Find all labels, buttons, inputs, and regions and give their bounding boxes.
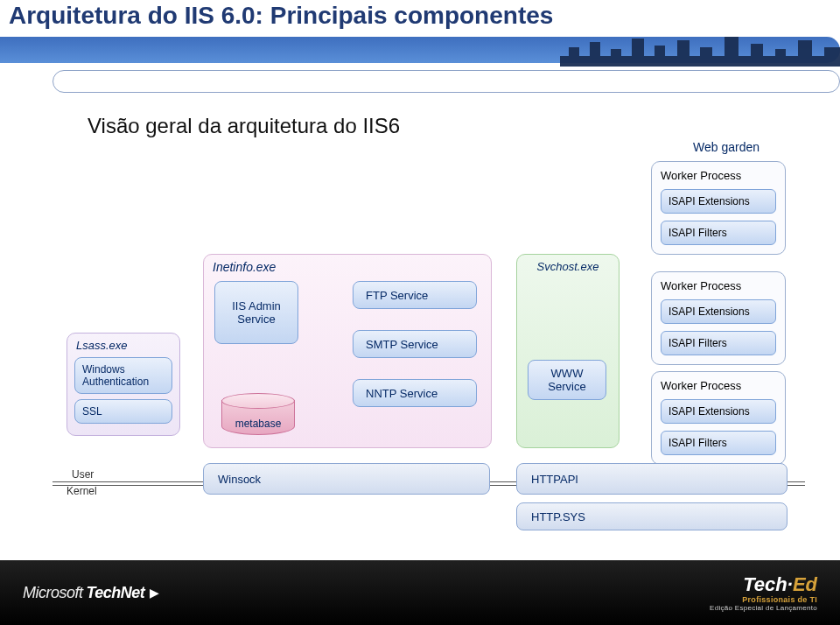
windows-auth-box: Windows Authentication: [74, 357, 172, 394]
svchost-group: Svchost.exe WWW Service: [516, 254, 620, 448]
teched-tech: Tech·: [743, 573, 793, 595]
worker-process-bottom: Worker Process ISAPI Extensions ISAPI Fi…: [651, 371, 786, 465]
isapi-extensions-box: ISAPI Extensions: [661, 189, 776, 214]
teched-ed: Ed: [793, 573, 817, 595]
teched-subtitle: Profissionais de TI: [710, 595, 817, 604]
smtp-service-box: SMTP Service: [353, 330, 477, 358]
technet-word: TechNet: [87, 584, 145, 602]
inetinfo-group: Inetinfo.exe IIS Admin Service FTP Servi…: [203, 254, 492, 448]
architecture-diagram: Web garden Worker Process ISAPI Extensio…: [0, 131, 840, 534]
httpapi-box: HTTPAPI: [516, 463, 788, 495]
slide-header: Arquitetura do IIS 6.0: Principais compo…: [0, 0, 840, 96]
iis-admin-service-box: IIS Admin Service: [214, 281, 298, 344]
inetinfo-label: Inetinfo.exe: [204, 255, 491, 276]
worker-process-webgarden: Worker Process ISAPI Extensions ISAPI Fi…: [651, 161, 786, 255]
header-white-bar: [52, 70, 840, 93]
metabase-icon: metabase: [221, 393, 295, 435]
isapi-filters-box: ISAPI Filters: [661, 221, 776, 245]
kernel-mode-label: Kernel: [66, 485, 97, 497]
svchost-label: Svchost.exe: [517, 255, 619, 278]
slide-footer: Microsoft TechNet ▶ Tech·Ed Profissionai…: [0, 560, 840, 625]
httpsys-box: HTTP.SYS: [516, 502, 788, 530]
nntp-service-box: NNTP Service: [353, 379, 477, 407]
teched-logo: Tech·Ed Profissionais de TI Edição Espec…: [710, 573, 817, 613]
chevron-right-icon: ▶: [148, 586, 159, 600]
worker-process-middle: Worker Process ISAPI Extensions ISAPI Fi…: [651, 271, 786, 365]
microsoft-word: Microsoft: [23, 584, 83, 602]
teched-edition: Edição Especial de Lançamento: [710, 604, 817, 612]
ftp-service-box: FTP Service: [353, 281, 477, 309]
winsock-box: Winsock: [203, 463, 490, 495]
worker-process-title: Worker Process: [661, 379, 776, 392]
worker-process-title: Worker Process: [661, 279, 776, 292]
metabase-label: metabase: [221, 418, 295, 430]
user-mode-label: User: [72, 468, 94, 481]
ssl-box: SSL: [74, 399, 172, 424]
www-service-box: WWW Service: [528, 360, 606, 400]
isapi-filters-box: ISAPI Filters: [661, 431, 776, 455]
worker-process-title: Worker Process: [661, 169, 776, 182]
lsass-group: Lsass.exe Windows Authentication SSL: [66, 333, 180, 436]
isapi-filters-box: ISAPI Filters: [661, 331, 776, 355]
microsoft-technet-logo: Microsoft TechNet ▶: [23, 584, 159, 602]
web-garden-label: Web garden: [693, 140, 760, 154]
isapi-extensions-box: ISAPI Extensions: [661, 399, 776, 424]
slide-title: Arquitetura do IIS 6.0: Principais compo…: [9, 2, 553, 30]
isapi-extensions-box: ISAPI Extensions: [661, 299, 776, 324]
city-skyline-icon: [560, 32, 840, 67]
lsass-label: Lsass.exe: [67, 334, 179, 352]
